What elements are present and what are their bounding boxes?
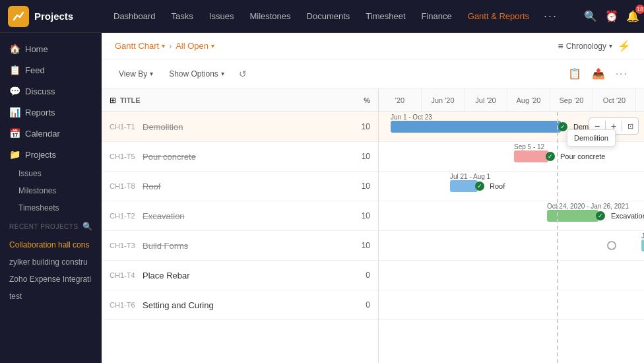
reset-button[interactable]: ↺	[236, 66, 249, 82]
nav-documents[interactable]: Documents	[306, 9, 352, 24]
task-name: Setting and Curing	[143, 300, 350, 310]
task-row[interactable]: CH1-T5 Pour concrete 10	[102, 142, 378, 172]
nav-finance[interactable]: Finance	[420, 9, 453, 24]
task-id: CH1-T5	[110, 152, 143, 160]
task-id: CH1-T2	[110, 212, 143, 220]
task-id: CH1-T4	[110, 271, 143, 279]
project-item-zoho[interactable]: Zoho Expense Integrati	[0, 271, 102, 288]
month-label: Jul '20	[465, 88, 507, 112]
task-id: CH1-T6	[110, 301, 143, 309]
zoom-fit-button[interactable]: ⊡	[622, 118, 638, 134]
task-pct: 10	[350, 152, 370, 161]
bar-excavation[interactable]	[547, 210, 598, 222]
main-content: Dashboard Tasks Issues Milestones Docume…	[102, 0, 644, 363]
download-icon[interactable]: 📤	[589, 65, 608, 82]
nav-tasks[interactable]: Tasks	[170, 9, 195, 24]
sidebar-item-projects[interactable]: 📁 Projects	[0, 144, 102, 165]
chevron-down-icon: ▾	[162, 42, 165, 50]
bar-check-roof: ✓	[475, 182, 484, 191]
task-row[interactable]: CH1-T1 Demolition 10	[102, 112, 378, 142]
sidebar-sub-milestones[interactable]: Milestones	[0, 182, 102, 199]
more-options-icon[interactable]: ···	[613, 65, 631, 82]
task-name: Demolition	[143, 122, 350, 132]
bar-date-demolition: Jun 1 - Oct 23	[391, 114, 432, 121]
toolbar-right: 📋 📤 ···	[565, 65, 631, 82]
task-id: CH1-T8	[110, 182, 143, 190]
search-icon[interactable]: 🔍	[82, 222, 93, 231]
gantt-body: − + ⊡ Jun 1 - Oct 23 ✓ Demolition	[379, 112, 644, 363]
nav-dashboard[interactable]: Dashboard	[112, 9, 157, 24]
gantt-row-roof: Jul 21 - Aug 1 ✓ Roof	[379, 172, 644, 201]
export-icon[interactable]: 📋	[565, 65, 584, 82]
chevron-down-icon-2: ▾	[211, 42, 214, 50]
task-pct: 10	[350, 182, 370, 191]
task-name: Place Rebar	[143, 271, 350, 280]
sidebar-item-label: Calendar	[25, 129, 60, 139]
task-row[interactable]: CH1-T2 Excavation 10	[102, 201, 378, 231]
task-id: CH1-T3	[110, 242, 143, 249]
left-header: ⊞ TITLE %	[102, 88, 378, 112]
gantt-header: '20 Jun '20 Jul '20 Aug '20 Sep '20 Oct …	[379, 88, 644, 112]
bar-check-demolition: ✓	[558, 122, 567, 131]
bar-label-excavation: Excavation	[611, 212, 644, 220]
gantt-row-place-rebar: Feb 17 - 28 Place Rebar	[379, 261, 644, 290]
sidebar-item-label: Reports	[25, 108, 55, 117]
task-row[interactable]: CH1-T3 Build Forms 10	[102, 231, 378, 261]
nav-timesheet[interactable]: Timesheet	[364, 9, 406, 24]
task-pct: 0	[350, 271, 370, 280]
sidebar: Projects 🏠 Home 📋 Feed 💬 Discuss 📊 Repor…	[0, 0, 102, 363]
sidebar-nav: 🏠 Home 📋 Feed 💬 Discuss 📊 Reports 📅 Cale…	[0, 33, 102, 363]
expand-icon[interactable]: ⊞	[110, 96, 116, 105]
project-item-collab[interactable]: Collaboration hall cons	[0, 236, 102, 253]
month-label: Nov '20	[636, 88, 644, 112]
breadcrumb-gantt-chart[interactable]: Gantt Chart ▾	[115, 41, 165, 51]
bar-build[interactable]	[641, 240, 644, 251]
show-options-button[interactable]: Show Options ▾	[165, 67, 228, 81]
sidebar-item-reports[interactable]: 📊 Reports	[0, 102, 102, 123]
chronology-button[interactable]: ≡ Chronology ▾	[558, 41, 612, 51]
sidebar-sub-issues[interactable]: Issues	[0, 165, 102, 182]
task-row[interactable]: CH1-T6 Setting and Curing 0	[102, 290, 378, 320]
sidebar-item-discuss[interactable]: 💬 Discuss	[0, 81, 102, 102]
task-name: Build Forms	[143, 241, 350, 251]
logo-text: Projects	[34, 11, 73, 22]
sidebar-logo[interactable]: Projects	[0, 0, 102, 33]
bar-check-excavation: ✓	[596, 211, 605, 220]
nav-more-button[interactable]: ···	[544, 9, 558, 23]
bar-date-build: Jan 27 - Feb 16	[641, 232, 644, 240]
filter-icon[interactable]: ⚡	[618, 40, 631, 52]
chevron-down-icon-5: ▾	[221, 70, 224, 77]
logo-icon	[8, 6, 29, 27]
feed-icon: 📋	[9, 65, 20, 75]
bar-check-pour: ✓	[546, 152, 555, 161]
right-panel: '20 Jun '20 Jul '20 Aug '20 Sep '20 Oct …	[379, 88, 644, 363]
nav-milestones[interactable]: Milestones	[248, 9, 292, 24]
clock-icon[interactable]: ⏰	[605, 10, 618, 22]
nav-issues[interactable]: Issues	[208, 9, 236, 24]
bar-demolition[interactable]	[391, 121, 561, 133]
sidebar-sub-timesheets[interactable]: Timesheets	[0, 199, 102, 216]
sidebar-item-calendar[interactable]: 📅 Calendar	[0, 123, 102, 144]
bar-roof[interactable]	[450, 180, 478, 192]
sidebar-item-home[interactable]: 🏠 Home	[0, 38, 102, 59]
sidebar-item-feed[interactable]: 📋 Feed	[0, 59, 102, 81]
discuss-icon: 💬	[9, 86, 20, 96]
notification-badge: 18	[635, 5, 644, 14]
gantt-row-excavation: Oct 24, 2020 - Jan 26, 2021 ✓ Excavation	[379, 201, 644, 231]
project-item-test[interactable]: test	[0, 288, 102, 305]
project-item-zylker[interactable]: zylker building constru	[0, 253, 102, 271]
bar-date-excavation: Oct 24, 2020 - Jan 26, 2021	[547, 203, 629, 210]
toolbar: View By ▾ Show Options ▾ ↺ 📋 📤 ···	[102, 59, 644, 88]
search-icon[interactable]: 🔍	[584, 10, 597, 22]
view-by-button[interactable]: View By ▾	[115, 67, 157, 81]
nav-gantt[interactable]: Gantt & Reports	[467, 9, 531, 24]
task-row[interactable]: CH1-T4 Place Rebar 0	[102, 261, 378, 290]
bar-pour[interactable]	[514, 150, 548, 162]
month-label: '20	[379, 88, 422, 112]
breadcrumb-all-open[interactable]: All Open ▾	[176, 41, 214, 51]
task-row[interactable]: CH1-T8 Roof 10	[102, 172, 378, 201]
sidebar-item-label: Home	[25, 44, 48, 54]
bar-label-pour: Pour concrete	[560, 152, 605, 160]
current-date-line	[557, 112, 558, 363]
month-label: Jun '20	[422, 88, 465, 112]
